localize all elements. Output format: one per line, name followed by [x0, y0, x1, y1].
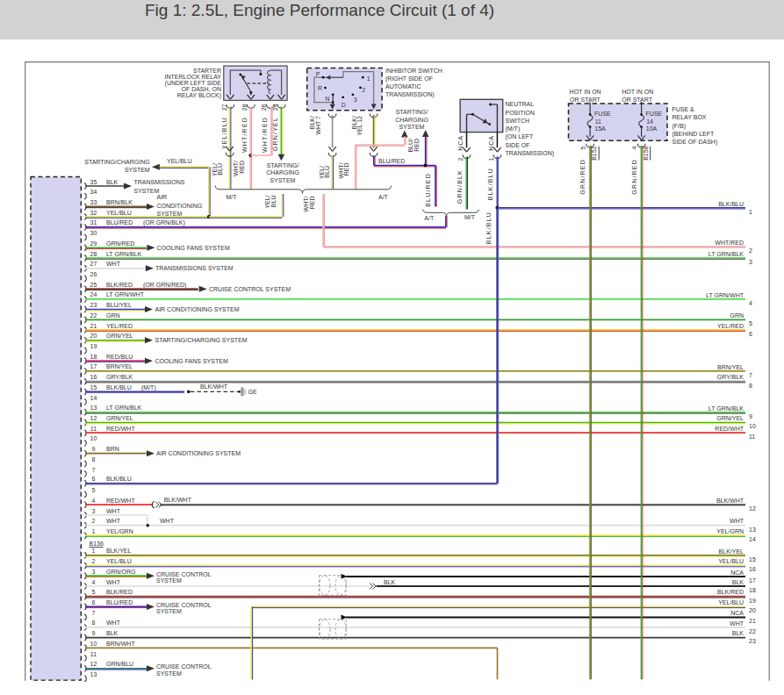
svg-text:NCA: NCA — [730, 570, 744, 576]
svg-text:GE: GE — [248, 389, 257, 395]
svg-text:BLU/RED: BLU/RED — [106, 599, 133, 605]
svg-text:WHT: WHT — [106, 579, 121, 585]
svg-text:B152: B152 — [591, 146, 597, 160]
svg-text:GRY/BLK: GRY/BLK — [717, 374, 744, 380]
svg-text:CRUISE CONTROL: CRUISE CONTROL — [156, 571, 212, 577]
svg-text:AUTOMATIC: AUTOMATIC — [385, 83, 421, 90]
svg-text:CHARGING: CHARGING — [266, 169, 299, 176]
svg-text:GRN/RED: GRN/RED — [579, 159, 586, 195]
svg-text:D: D — [342, 102, 346, 108]
svg-text:BLK/RED: BLK/RED — [106, 282, 133, 288]
svg-text:M/T: M/T — [464, 214, 476, 220]
svg-text:A/T: A/T — [424, 215, 435, 221]
svg-text:18: 18 — [90, 354, 97, 360]
svg-text:2: 2 — [362, 87, 365, 93]
svg-text:STARTING/CHARGING SYSTEM: STARTING/CHARGING SYSTEM — [155, 337, 248, 343]
svg-text:10: 10 — [749, 423, 756, 429]
svg-text:(F/B): (F/B) — [673, 123, 687, 130]
svg-text:33: 33 — [90, 199, 97, 205]
svg-text:AIR CONDITIONING SYSTEM: AIR CONDITIONING SYSTEM — [156, 450, 241, 456]
svg-text:FUSE: FUSE — [594, 111, 611, 117]
svg-text:GRN/BLK: GRN/BLK — [457, 169, 463, 204]
svg-text:BLK: BLK — [732, 630, 744, 636]
svg-text:NEUTRAL: NEUTRAL — [506, 101, 535, 107]
svg-text:27: 27 — [221, 104, 227, 111]
svg-text:31: 31 — [90, 219, 97, 226]
svg-text:32: 32 — [90, 210, 97, 216]
svg-text:RED/WHT: RED/WHT — [715, 426, 744, 432]
svg-text:FUSE: FUSE — [646, 111, 663, 117]
svg-text:6: 6 — [92, 476, 96, 482]
svg-text:SYSTEM: SYSTEM — [156, 577, 182, 584]
svg-text:SYSTEM: SYSTEM — [156, 670, 182, 677]
svg-text:WHT 7: WHT 7 — [315, 116, 321, 135]
svg-text:1: 1 — [488, 157, 494, 161]
svg-text:RED/WHT: RED/WHT — [106, 426, 135, 432]
svg-text:18: 18 — [749, 587, 756, 593]
svg-text:WHT: WHT — [160, 518, 175, 524]
svg-text:BLK/WHT: BLK/WHT — [716, 498, 744, 504]
svg-text:27: 27 — [90, 261, 97, 267]
svg-text:4: 4 — [92, 498, 96, 504]
svg-text:19: 19 — [749, 598, 756, 604]
svg-text:LT GRN/WHT: LT GRN/WHT — [706, 292, 744, 298]
svg-text:GRN/RED: GRN/RED — [631, 159, 637, 195]
svg-text:CRUISE CONTROL: CRUISE CONTROL — [156, 602, 212, 608]
svg-text:15: 15 — [749, 556, 756, 562]
svg-text:4: 4 — [631, 146, 637, 149]
svg-text:1: 1 — [367, 75, 370, 82]
svg-text:11: 11 — [90, 426, 97, 432]
svg-text:2: 2 — [92, 558, 96, 564]
svg-text:HOT IN ON: HOT IN ON — [622, 89, 653, 95]
svg-text:SYSTEM: SYSTEM — [399, 124, 425, 130]
svg-text:16: 16 — [90, 374, 97, 380]
svg-text:11: 11 — [595, 118, 601, 125]
svg-text:17: 17 — [749, 577, 756, 584]
svg-text:(OR GRN/BLK): (OR GRN/BLK) — [143, 219, 185, 226]
svg-text:4: 4 — [749, 300, 752, 306]
svg-text:TRANSMISSION): TRANSMISSION) — [385, 91, 435, 98]
svg-text:WHT: WHT — [730, 518, 744, 524]
svg-text:YEL/RED: YEL/RED — [106, 323, 133, 329]
svg-text:YEL/BLU: YEL/BLU — [106, 558, 132, 564]
svg-text:INTERLOCK RELAY: INTERLOCK RELAY — [165, 74, 222, 80]
svg-text:RED: RED — [309, 197, 315, 210]
svg-text:YEL/BLU: YEL/BLU — [106, 210, 132, 216]
svg-text:YEL/BLU: YEL/BLU — [167, 158, 192, 164]
svg-text:5: 5 — [92, 589, 96, 595]
svg-text:35: 35 — [90, 179, 97, 185]
svg-text:COOLING FANS SYSTEM: COOLING FANS SYSTEM — [157, 245, 230, 251]
svg-text:25: 25 — [90, 282, 97, 288]
svg-text:YEL 12: YEL 12 — [356, 116, 363, 136]
svg-text:CONDITIONING: CONDITIONING — [157, 203, 203, 209]
svg-text:24: 24 — [90, 291, 97, 297]
svg-text:NCA: NCA — [730, 610, 744, 616]
svg-text:3: 3 — [354, 97, 357, 103]
svg-text:12: 12 — [90, 661, 97, 667]
svg-text:1: 1 — [92, 548, 96, 554]
svg-text:BLU: BLU — [324, 166, 330, 178]
svg-text:BLK/BLU: BLK/BLU — [486, 211, 492, 244]
svg-text:NCA: NCA — [488, 135, 494, 151]
svg-text:YEL/BLU: YEL/BLU — [718, 599, 744, 605]
svg-text:SYSTEM: SYSTEM — [270, 177, 296, 183]
svg-text:BLK/YEL: BLK/YEL — [719, 548, 744, 555]
svg-text:GRN/YEL: GRN/YEL — [272, 117, 278, 151]
svg-text:BLK/BLU: BLK/BLU — [487, 168, 493, 200]
svg-text:AIR: AIR — [157, 194, 168, 200]
svg-text:YEL/BLU: YEL/BLU — [718, 558, 744, 564]
svg-text:GRN: GRN — [730, 312, 744, 319]
svg-text:13: 13 — [749, 527, 756, 533]
svg-text:12: 12 — [90, 415, 97, 421]
svg-text:13: 13 — [90, 405, 97, 411]
svg-text:WHT: WHT — [106, 620, 121, 626]
svg-text:A/T: A/T — [378, 194, 389, 200]
svg-text:BLK: BLK — [106, 630, 119, 636]
svg-text:SIDE OF DASH): SIDE OF DASH) — [673, 139, 718, 146]
svg-text:10: 10 — [90, 641, 97, 647]
svg-text:WHT: WHT — [106, 508, 121, 514]
svg-text:B136: B136 — [90, 541, 104, 547]
svg-text:NCA: NCA — [457, 135, 464, 151]
svg-text:B158: B158 — [643, 146, 649, 160]
svg-text:GRN: GRN — [106, 312, 120, 319]
